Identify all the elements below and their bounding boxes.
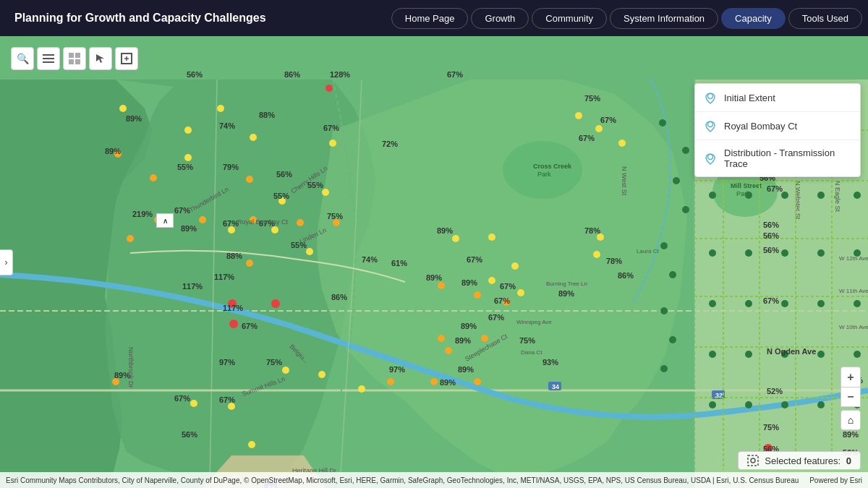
home-button[interactable]: ⌂ xyxy=(841,410,861,430)
svg-point-102 xyxy=(781,249,788,257)
svg-text:56%: 56% xyxy=(763,231,779,240)
nav-home-page[interactable]: Home Page xyxy=(391,8,469,29)
svg-text:67%: 67% xyxy=(500,282,516,291)
svg-rect-221 xyxy=(748,455,758,466)
svg-point-84 xyxy=(660,365,668,372)
location-icon-3 xyxy=(704,152,717,165)
svg-point-31 xyxy=(246,176,253,183)
svg-point-38 xyxy=(246,260,253,267)
dropdown-item-royal-bombay[interactable]: Royal Bombay Ct xyxy=(695,112,860,140)
layers-button[interactable] xyxy=(37,47,60,70)
svg-point-80 xyxy=(660,242,668,249)
dropdown-panel: Initial Extent Royal Bombay Ct Distribut… xyxy=(694,83,861,177)
svg-point-46 xyxy=(430,378,438,385)
svg-point-78 xyxy=(673,177,680,184)
nav-system-information[interactable]: System Information xyxy=(610,8,718,29)
svg-text:N West St: N West St xyxy=(621,166,628,196)
svg-text:67%: 67% xyxy=(488,313,504,322)
svg-text:117%: 117% xyxy=(182,282,203,291)
svg-text:93%: 93% xyxy=(542,358,558,367)
svg-text:67%: 67% xyxy=(219,395,235,404)
app-title: Planning for Growth and Capacity Challen… xyxy=(0,12,281,25)
nav-tools-used[interactable]: Tools Used xyxy=(788,8,862,29)
status-label: Selected features: 0 xyxy=(765,455,851,466)
svg-point-30 xyxy=(150,174,157,181)
svg-point-96 xyxy=(745,300,752,307)
svg-text:67%: 67% xyxy=(447,70,463,79)
svg-text:67%: 67% xyxy=(600,116,616,124)
svg-point-83 xyxy=(669,336,676,343)
svg-point-55 xyxy=(595,125,603,132)
svg-text:67%: 67% xyxy=(767,184,783,193)
svg-point-54 xyxy=(329,140,336,147)
svg-text:67%: 67% xyxy=(174,394,190,403)
svg-point-218 xyxy=(708,94,713,99)
svg-text:117%: 117% xyxy=(214,273,234,281)
nav-community[interactable]: Community xyxy=(532,8,607,29)
svg-text:34: 34 xyxy=(552,383,559,390)
svg-text:Royal Bombay Ct: Royal Bombay Ct xyxy=(237,218,289,226)
svg-point-220 xyxy=(708,155,713,160)
svg-point-7 xyxy=(503,141,582,199)
svg-point-87 xyxy=(709,192,716,199)
svg-text:89%: 89% xyxy=(843,430,859,439)
svg-point-222 xyxy=(751,458,755,463)
zoom-in-button[interactable]: + xyxy=(841,367,861,387)
svg-point-117 xyxy=(854,300,861,307)
svg-text:89%: 89% xyxy=(440,378,456,387)
svg-point-35 xyxy=(297,219,304,226)
svg-rect-207 xyxy=(43,54,54,56)
svg-point-56 xyxy=(618,140,626,147)
svg-rect-210 xyxy=(69,53,74,58)
svg-point-97 xyxy=(745,351,752,358)
svg-point-44 xyxy=(445,347,452,354)
svg-text:78%: 78% xyxy=(584,226,600,235)
chevron-up-icon: ∧ xyxy=(163,217,168,225)
svg-point-94 xyxy=(745,192,752,199)
extent-button[interactable] xyxy=(115,47,138,70)
svg-text:67%: 67% xyxy=(467,255,482,264)
dropdown-item-distribution-trace[interactable]: Distribution - Transmission Trace xyxy=(695,140,860,176)
svg-point-76 xyxy=(659,119,666,127)
status-text: Selected features: xyxy=(765,455,841,466)
svg-text:128%: 128% xyxy=(330,70,350,79)
svg-text:52%: 52% xyxy=(767,387,783,395)
nav-capacity[interactable]: Capacity xyxy=(721,8,786,29)
toolbar: 🔍 xyxy=(11,47,138,70)
collapse-button[interactable]: ∧ xyxy=(156,213,174,228)
basemap-button[interactable] xyxy=(63,47,86,70)
nav-growth[interactable]: Growth xyxy=(471,8,529,29)
svg-point-24 xyxy=(326,85,333,92)
chevron-right-icon: › xyxy=(5,257,8,267)
svg-point-115 xyxy=(854,192,861,199)
sidebar-toggle[interactable]: › xyxy=(0,249,13,275)
svg-rect-212 xyxy=(69,59,74,64)
location-icon-2 xyxy=(704,119,717,132)
svg-point-37 xyxy=(127,235,134,242)
select-button[interactable] xyxy=(89,47,112,70)
svg-text:W 12th Ave: W 12th Ave xyxy=(839,255,868,262)
dropdown-item-initial-extent[interactable]: Initial Extent xyxy=(695,84,860,112)
svg-point-69 xyxy=(517,289,524,296)
features-icon xyxy=(747,455,759,466)
zoom-out-button[interactable]: − xyxy=(841,387,861,407)
zoom-controls: + − ⌂ xyxy=(841,367,861,430)
svg-point-111 xyxy=(817,351,825,358)
search-button[interactable]: 🔍 xyxy=(11,47,34,70)
svg-text:89%: 89% xyxy=(455,336,471,345)
attribution-right: Powered by Esri xyxy=(809,476,862,484)
svg-text:75%: 75% xyxy=(763,423,779,432)
svg-text:W 10th Ave: W 10th Ave xyxy=(839,324,868,330)
svg-point-52 xyxy=(184,127,192,134)
svg-text:56%: 56% xyxy=(187,70,203,79)
svg-point-81 xyxy=(669,271,676,278)
svg-text:86%: 86% xyxy=(618,271,634,280)
svg-text:74%: 74% xyxy=(362,255,378,264)
svg-text:89%: 89% xyxy=(558,289,574,298)
svg-text:67%: 67% xyxy=(494,296,510,305)
svg-point-63 xyxy=(452,235,459,242)
status-bar: Selected features: 0 xyxy=(738,451,861,470)
svg-text:75%: 75% xyxy=(584,94,600,103)
location-icon xyxy=(704,91,717,104)
svg-text:56%: 56% xyxy=(182,430,197,439)
